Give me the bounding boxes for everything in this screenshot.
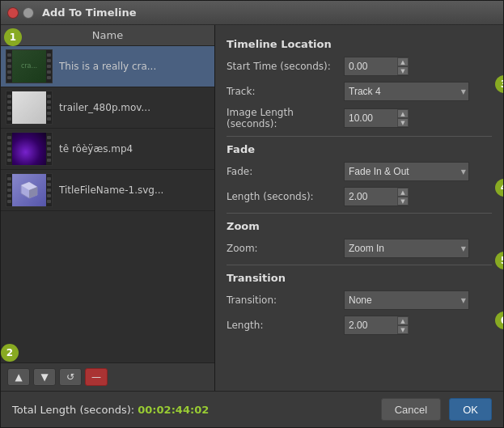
file-list-header: Name	[1, 25, 214, 46]
fade-length-spinbox[interactable]: ▲ ▼	[344, 187, 409, 206]
film-notches-left-3	[6, 133, 12, 165]
spin-down-arrow[interactable]: ▼	[397, 325, 409, 334]
fade-length-row: Length (seconds): ▲ ▼	[227, 187, 492, 206]
film-notches-left-2	[6, 91, 12, 124]
transition-length-input[interactable]	[349, 320, 397, 331]
zoom-row: Zoom: None Zoom In Zoom Out Zoom In & Ou…	[227, 239, 492, 258]
start-time-spinbox[interactable]: ▲ ▼	[344, 57, 409, 76]
move-up-button[interactable]: ▲	[7, 368, 30, 386]
film-notches-right-4	[46, 174, 52, 206]
notch	[7, 95, 11, 98]
spin-up-arrow[interactable]: ▲	[397, 57, 409, 66]
transition-label: Transition:	[227, 295, 344, 306]
transition-length-control: ▲ ▼	[344, 316, 492, 335]
total-time-value: 00:02:44:02	[138, 404, 209, 416]
badge-4: 4	[495, 179, 503, 197]
notch	[47, 194, 51, 197]
right-panel: Timeline Location Start Time (seconds): …	[215, 25, 503, 350]
spin-down-arrow[interactable]: ▼	[397, 66, 409, 75]
notch	[47, 59, 51, 62]
left-toolbar: 2 ▲ ▼ ↺ —	[1, 362, 214, 391]
spin-down-arrow[interactable]: ▼	[397, 118, 409, 127]
image-length-input[interactable]	[349, 112, 397, 124]
ok-button[interactable]: OK	[449, 398, 492, 421]
list-item[interactable]: cra... This is a really cra...	[1, 46, 214, 87]
notch	[7, 136, 11, 139]
right-panel-outer: 3 4 5 6 Timeline Location Start Time (se…	[215, 25, 503, 391]
fade-length-input[interactable]	[349, 191, 397, 202]
track-label: Track:	[227, 86, 344, 97]
fade-control: None Fade In Fade Out Fade In & Out	[344, 162, 492, 181]
notch	[7, 106, 11, 109]
image-length-spinbox[interactable]: ▲ ▼	[344, 108, 409, 128]
notch	[7, 100, 11, 104]
transition-length-label: Length:	[227, 320, 344, 331]
transition-select[interactable]: None Fade Wipe Dissolve	[344, 290, 469, 310]
start-time-control: ▲ ▼	[344, 57, 492, 76]
notch	[47, 100, 51, 104]
notch	[47, 53, 51, 57]
thumbnail-3	[11, 133, 47, 165]
notch	[47, 76, 51, 79]
track-select[interactable]: Track 1 Track 2 Track 3 Track 4 Track 5	[344, 82, 469, 101]
film-notches-left-1	[6, 50, 12, 83]
notch	[7, 142, 11, 145]
film-notches-right-2	[46, 91, 52, 124]
notch	[7, 153, 11, 156]
divider-2	[227, 213, 492, 214]
main-content: 1 Name cra...	[1, 25, 503, 391]
notch	[47, 65, 51, 68]
fade-length-label: Length (seconds):	[227, 191, 344, 202]
window-title: Add To Timeline	[42, 6, 136, 19]
notch	[47, 142, 51, 145]
transition-section-title: Transition	[227, 272, 492, 284]
zoom-select[interactable]: None Zoom In Zoom Out Zoom In & Out	[344, 239, 469, 258]
notch	[7, 177, 11, 180]
refresh-button[interactable]: ↺	[59, 368, 82, 386]
notch	[7, 76, 11, 79]
close-button[interactable]	[7, 7, 19, 19]
timeline-section-title: Timeline Location	[227, 38, 492, 50]
start-time-input[interactable]	[349, 61, 397, 72]
notch	[47, 70, 51, 74]
notch	[47, 95, 51, 98]
titlebar-buttons	[7, 7, 34, 19]
notch	[47, 200, 51, 203]
transition-length-row: Length: ▲ ▼	[227, 316, 492, 335]
transition-row: Transition: None Fade Wipe Dissolve	[227, 290, 492, 310]
list-item[interactable]: TitleFileName-1.svg...	[1, 170, 214, 211]
film-strip-2	[6, 91, 53, 125]
notch	[7, 200, 11, 203]
zoom-label: Zoom:	[227, 243, 344, 254]
minimize-button[interactable]	[23, 7, 34, 19]
film-strip-4	[6, 173, 53, 207]
fade-select[interactable]: None Fade In Fade Out Fade In & Out	[344, 162, 469, 181]
film-notches-right-3	[46, 133, 52, 165]
file-name-4: TitleFileName-1.svg...	[59, 184, 210, 196]
image-length-row: Image Length (seconds): ▲ ▼	[227, 107, 492, 129]
list-item[interactable]: tê rôèÿæs.mp4	[1, 129, 214, 170]
fade-select-wrapper: None Fade In Fade Out Fade In & Out	[344, 162, 469, 181]
start-time-label: Start Time (seconds):	[227, 61, 344, 72]
notch	[7, 117, 11, 121]
divider-3	[227, 265, 492, 265]
zoom-control: None Zoom In Zoom Out Zoom In & Out	[344, 239, 492, 258]
spin-up-arrow[interactable]: ▲	[397, 188, 409, 197]
svg-icon-4	[18, 179, 40, 201]
spin-up-arrow[interactable]: ▲	[397, 109, 409, 118]
fade-section-title: Fade	[227, 143, 492, 155]
move-down-button[interactable]: ▼	[33, 368, 56, 386]
transition-length-spinbox[interactable]: ▲ ▼	[344, 316, 409, 335]
cancel-button[interactable]: Cancel	[381, 398, 441, 421]
film-notches-right-1	[46, 50, 52, 83]
refresh-icon: ↺	[66, 371, 74, 383]
spin-down-arrow[interactable]: ▼	[397, 197, 409, 206]
transition-control: None Fade Wipe Dissolve	[344, 290, 492, 310]
image-length-spinbox-arrows: ▲ ▼	[397, 109, 409, 127]
remove-button[interactable]: —	[85, 368, 108, 386]
list-item[interactable]: trailer_480p.mov...	[1, 87, 214, 129]
thumbnail-4	[11, 174, 47, 206]
notch	[47, 106, 51, 109]
spin-up-arrow[interactable]: ▲	[397, 316, 409, 325]
notch	[47, 189, 51, 192]
